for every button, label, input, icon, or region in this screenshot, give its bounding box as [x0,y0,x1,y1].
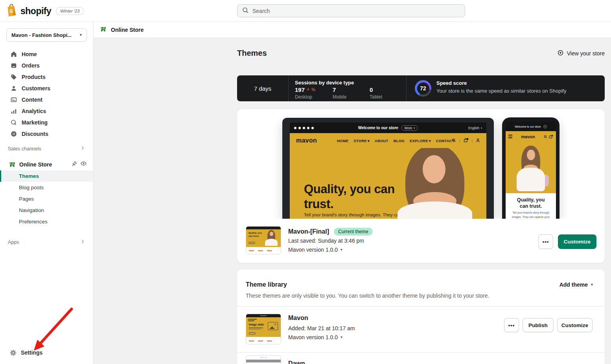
pin-icon[interactable] [71,161,77,168]
preview-more-button: More▾ [401,125,418,131]
sidebar-item-settings[interactable]: Settings [0,347,93,359]
sidebar-item-customers[interactable]: Customers [0,82,93,94]
sidebar-item-content[interactable]: Content [0,94,93,105]
apps-section[interactable]: Apps [0,237,93,247]
add-theme-button[interactable]: Add theme ▾ [559,282,593,288]
hero-title: Quality, you can trust. [515,197,547,209]
sidebar-item-discounts[interactable]: Discounts [0,128,93,139]
shopify-logo[interactable]: S shopify Winter '23 [6,4,84,18]
library-theme-name: Dawn [288,360,305,364]
preview-store-header: mavon HOME STORE▾ ABOUT BLOG EXPLORE▾ CO… [290,133,486,148]
preview-store-nav: HOME STORE▾ ABOUT BLOG EXPLORE▾ CONTACT [337,139,455,143]
trend-down-icon: ▼ [306,88,310,91]
hamburger-menu-icon [508,135,512,138]
sessions-title: Sessions by device type [295,80,354,86]
chevron-right-icon [80,239,85,246]
sidebar-item-marketing[interactable]: Marketing [0,117,93,128]
tiktok-icon [311,127,314,129]
mobile-store-header: mavon [506,131,556,142]
sidebar-item-orders[interactable]: Orders [0,60,93,71]
desktop-preview-mockup: Welcome to our store More▾ English▾ mavo… [282,118,494,219]
sidebar-item-home[interactable]: Home [0,48,93,60]
breadcrumb: Online Store [111,27,144,33]
library-theme-version[interactable]: Mavon version 1.0.0 ▾ [288,334,342,340]
view-eye-icon [557,49,564,57]
content-icon [10,96,17,103]
theme-preview: Welcome to our store More▾ English▾ mavo… [237,109,605,219]
search-icon [242,7,249,15]
preview-announcement-bar: Welcome to our store More▾ English▾ [290,123,486,133]
preview-language-selector: English▾ [468,126,482,130]
divider [406,75,407,101]
title-row: Themes View your store [237,48,605,59]
sidebar-item-preferences[interactable]: Preferences [0,216,93,227]
period-selector[interactable]: 7 days [237,75,288,101]
topbar: S shopify Winter '23 [0,0,611,22]
content-area: Themes View your store 7 days Sessions b… [94,38,611,364]
svg-text:S: S [9,8,13,14]
gear-icon [9,349,17,356]
theme-version[interactable]: Mavon version 1.0.0 ▾ [288,247,342,253]
sidebar-nav: Home Orders Products Customers Content A… [0,48,93,139]
library-theme-thumbnail [246,355,281,364]
shopify-bag-icon: S [6,4,17,18]
preview-hero: Quality, you can trust. Tell your brand'… [290,148,486,219]
sidebar-item-blog-posts[interactable]: Blog posts [0,182,93,193]
store-logo: mavon [296,137,317,144]
speed-score-description: Your store is the same speed as similar … [436,88,566,94]
customers-icon [10,85,17,92]
online-store-submenu: Themes Blog posts Pages Navigation Prefe… [0,170,93,227]
stats-banner: 7 days Sessions by device type 197 ▼ % D… [237,75,605,101]
facebook-icon [298,127,301,129]
mobile-announcement-bar: Welcome to our store ▾ [506,122,556,131]
current-theme-card: Welcome to our store More▾ English▾ mavo… [237,109,605,263]
publish-button[interactable]: Publish [523,318,554,332]
sales-channels-section[interactable]: Sales channels [0,144,93,154]
online-store-icon [9,161,16,168]
more-options-button[interactable]: ••• [504,318,519,332]
sidebar-item-products[interactable]: Products [0,71,93,82]
eye-icon[interactable] [80,160,87,168]
analytics-bars-icon [10,108,17,115]
instagram-icon [307,127,309,129]
customize-button[interactable]: Customize [557,318,593,332]
shopify-wordmark: shopify [20,6,51,16]
more-options-button[interactable]: ••• [538,234,553,249]
store-cart-icon [549,133,553,140]
search-input[interactable] [252,8,460,14]
divider [288,75,289,101]
store-cart-icon [464,137,469,144]
home-icon [10,51,17,58]
stat-tablet[interactable]: 0 Tablet [370,87,382,100]
online-store-icon [100,26,107,34]
sidebar-item-pages[interactable]: Pages [0,193,93,205]
chevron-right-icon [80,145,85,152]
current-theme-badge: Current theme [334,228,373,236]
current-theme-thumbnail: Quality, you can trust. [246,226,281,254]
discounts-percent-icon [10,130,17,137]
caret-down-icon: ▾ [340,335,342,339]
hero-subtitle: Tell your brand's story through images. … [509,211,553,219]
library-theme-thumbnail: Image slide [246,314,281,344]
sidebar: Mavon - Fashion Shopi... ▾ Home Orders P… [0,22,94,364]
stat-mobile[interactable]: 7 Mobile [333,87,346,100]
page-header: Online Store [94,22,611,38]
customize-button[interactable]: Customize [558,234,596,249]
divider [237,352,605,353]
library-theme-name: Mavon [288,315,308,322]
stat-desktop[interactable]: 197 ▼ % Desktop [295,87,315,100]
store-selector[interactable]: Mavon - Fashion Shopi... ▾ [6,28,87,42]
mobile-preview-mockup: Welcome to our store ▾ mavon [502,117,559,219]
sidebar-item-themes[interactable]: Themes [0,170,93,182]
library-theme-added: Added: Mar 21 at 10:17 am [288,325,355,331]
speed-score-ring: 72 [415,80,431,97]
view-your-store-link[interactable]: View your store [557,49,605,57]
pinterest-icon [303,127,305,129]
sidebar-item-navigation[interactable]: Navigation [0,205,93,216]
store-search-icon [544,133,547,140]
sidebar-item-analytics[interactable]: Analytics [0,105,93,117]
theme-library-title: Theme library [246,281,287,288]
global-search[interactable] [237,4,465,17]
store-logo: mavon [512,134,544,139]
sidebar-item-online-store[interactable]: Online Store [0,159,93,170]
